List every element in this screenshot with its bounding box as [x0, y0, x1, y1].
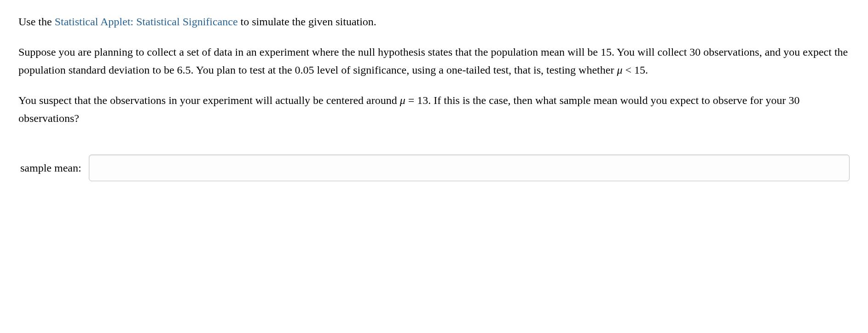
mu-symbol-2: μ — [400, 94, 405, 106]
applet-link[interactable]: Statistical Applet: Statistical Signific… — [55, 16, 238, 28]
intro-post-text: to simulate the given situation. — [238, 16, 376, 28]
intro-pre-text: Use the — [18, 16, 55, 28]
true-mu-value: 13 — [417, 94, 428, 106]
setup-paragraph: Suppose you are planning to collect a se… — [18, 43, 850, 79]
sample-mean-input[interactable] — [89, 155, 850, 181]
setup-text: Suppose you are planning to collect a se… — [18, 46, 848, 75]
eq-text: = — [405, 94, 417, 106]
question-text-a: You suspect that the observations in you… — [18, 94, 400, 106]
question-paragraph: You suspect that the observations in you… — [18, 92, 850, 127]
question-container: Use the Statistical Applet: Statistical … — [0, 0, 868, 194]
answer-row: sample mean: — [18, 155, 850, 181]
h0-value: 15 — [634, 64, 645, 76]
mu-symbol: μ — [617, 64, 622, 76]
intro-paragraph: Use the Statistical Applet: Statistical … — [18, 13, 850, 30]
answer-label: sample mean: — [20, 159, 81, 177]
lt-text: < — [622, 64, 634, 76]
period: . — [645, 64, 648, 76]
